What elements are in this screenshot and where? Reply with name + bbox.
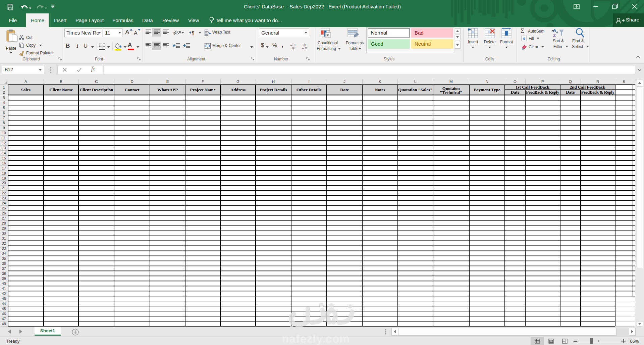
svg-text:1: 1 bbox=[3, 85, 5, 89]
svg-text:31: 31 bbox=[2, 236, 6, 240]
svg-text:Address: Address bbox=[230, 87, 246, 92]
svg-text:Payment Type: Payment Type bbox=[474, 87, 500, 92]
svg-text:15: 15 bbox=[2, 156, 6, 160]
svg-text:F: F bbox=[202, 80, 204, 84]
svg-text:4: 4 bbox=[3, 101, 5, 105]
svg-text:33: 33 bbox=[2, 246, 6, 250]
svg-text:Date: Date bbox=[340, 87, 349, 92]
svg-text:Project Details: Project Details bbox=[260, 87, 287, 92]
svg-text:≠: ≠ bbox=[326, 33, 329, 38]
svg-text:26: 26 bbox=[2, 211, 6, 215]
svg-text:.00: .00 bbox=[291, 46, 296, 50]
svg-text:WhatsAPP: WhatsAPP bbox=[157, 87, 178, 92]
svg-text:16: 16 bbox=[2, 161, 6, 165]
svg-text:47: 47 bbox=[2, 317, 6, 321]
svg-text:2: 2 bbox=[3, 90, 5, 94]
svg-text:J: J bbox=[343, 80, 345, 84]
svg-text:36: 36 bbox=[2, 261, 6, 265]
svg-text:3: 3 bbox=[3, 96, 5, 100]
svg-text:C: C bbox=[95, 80, 98, 84]
svg-text:12: 12 bbox=[2, 141, 6, 145]
svg-text:9: 9 bbox=[3, 126, 5, 130]
svg-text:Z: Z bbox=[553, 33, 556, 38]
svg-text:34: 34 bbox=[2, 251, 6, 255]
svg-text:G: G bbox=[236, 80, 239, 84]
svg-text:A: A bbox=[553, 28, 556, 33]
svg-text:28: 28 bbox=[2, 221, 6, 225]
svg-text:10: 10 bbox=[2, 131, 6, 135]
svg-text:19: 19 bbox=[2, 176, 6, 180]
svg-text:FeedBack & Reply: FeedBack & Reply bbox=[526, 90, 559, 95]
svg-text:1st Call FeedBack: 1st Call FeedBack bbox=[516, 85, 549, 90]
svg-text:32: 32 bbox=[2, 241, 6, 245]
svg-text:P: P bbox=[541, 80, 544, 84]
svg-text:38: 38 bbox=[2, 272, 6, 276]
svg-text:24: 24 bbox=[2, 201, 6, 205]
svg-text:D: D bbox=[130, 80, 133, 84]
svg-text:6: 6 bbox=[3, 111, 5, 115]
svg-text:O: O bbox=[514, 80, 517, 84]
svg-text:Client Name: Client Name bbox=[49, 87, 73, 92]
svg-text:2nd Call FeedBack: 2nd Call FeedBack bbox=[570, 85, 605, 90]
svg-text:nafezly.com: nafezly.com bbox=[282, 332, 350, 345]
svg-text:25: 25 bbox=[2, 206, 6, 210]
svg-text:Sales: Sales bbox=[21, 87, 31, 92]
svg-text:22: 22 bbox=[2, 191, 6, 195]
svg-text:35: 35 bbox=[2, 256, 6, 260]
svg-text:11: 11 bbox=[2, 136, 6, 140]
svg-text:Contact: Contact bbox=[125, 87, 140, 92]
svg-text:Date: Date bbox=[511, 90, 520, 95]
svg-text:23: 23 bbox=[2, 196, 6, 200]
svg-text:27: 27 bbox=[2, 216, 6, 220]
svg-text:42: 42 bbox=[2, 292, 6, 296]
svg-text:7: 7 bbox=[3, 116, 5, 120]
svg-text:14: 14 bbox=[2, 151, 6, 155]
svg-text:Notes: Notes bbox=[375, 87, 385, 92]
svg-text:L: L bbox=[414, 80, 417, 84]
svg-text:→.0: →.0 bbox=[301, 46, 307, 50]
svg-text:E: E bbox=[166, 80, 169, 84]
svg-text:Date: Date bbox=[566, 90, 575, 95]
svg-text:"Technical": "Technical" bbox=[440, 90, 462, 95]
svg-text:Project Name: Project Name bbox=[190, 87, 216, 92]
svg-text:M: M bbox=[449, 80, 453, 84]
svg-text:Other Details: Other Details bbox=[297, 87, 322, 92]
svg-text:29: 29 bbox=[2, 226, 6, 230]
svg-text:H: H bbox=[272, 80, 275, 84]
svg-text:ab: ab bbox=[173, 29, 179, 36]
svg-text:41: 41 bbox=[2, 287, 6, 291]
svg-text:48: 48 bbox=[2, 322, 6, 326]
svg-text:37: 37 bbox=[2, 266, 6, 270]
svg-text:I: I bbox=[308, 80, 309, 84]
svg-text:Q: Q bbox=[569, 80, 572, 84]
svg-text:B: B bbox=[60, 80, 62, 84]
svg-text:17: 17 bbox=[2, 166, 6, 170]
svg-text:N: N bbox=[486, 80, 488, 84]
svg-text:A: A bbox=[24, 80, 27, 84]
svg-text:S: S bbox=[623, 80, 625, 84]
svg-text:30: 30 bbox=[2, 231, 6, 235]
svg-text:46: 46 bbox=[2, 312, 6, 316]
svg-text:5: 5 bbox=[3, 106, 5, 110]
svg-text:FeedBack & Reply: FeedBack & Reply bbox=[581, 90, 615, 95]
svg-text:8: 8 bbox=[3, 121, 5, 125]
svg-text:44: 44 bbox=[2, 302, 6, 306]
svg-text:13: 13 bbox=[2, 146, 6, 150]
svg-text:20: 20 bbox=[2, 181, 6, 185]
svg-text:45: 45 bbox=[2, 307, 6, 311]
svg-text:R: R bbox=[596, 80, 599, 84]
svg-text:39: 39 bbox=[2, 277, 6, 281]
svg-text:¶: ¶ bbox=[192, 30, 194, 36]
svg-text:Quotation "Sales": Quotation "Sales" bbox=[398, 87, 432, 92]
svg-text:K: K bbox=[379, 80, 381, 84]
svg-text:Client Description: Client Description bbox=[79, 87, 113, 92]
svg-text:40: 40 bbox=[2, 282, 6, 286]
svg-text:21: 21 bbox=[2, 186, 6, 190]
svg-text:43: 43 bbox=[2, 297, 6, 301]
svg-text:18: 18 bbox=[2, 171, 6, 175]
